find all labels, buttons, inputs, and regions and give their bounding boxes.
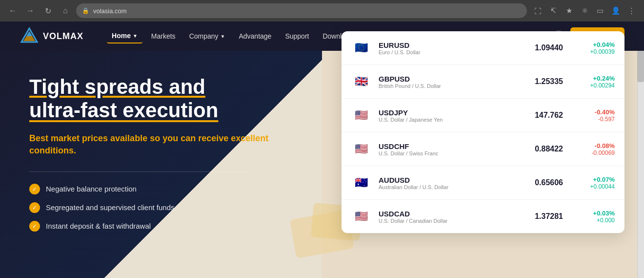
nav-advantage[interactable]: Advantage [234, 29, 276, 43]
profile-btn[interactable]: 👤 [609, 4, 623, 18]
pair-pct: +0.07% [571, 176, 615, 183]
browser-actions: ⛶ ↸ ★ ⚛ ▭ 👤 ⋮ [531, 4, 638, 18]
hero-subtitle: Best market prices available so you can … [29, 132, 302, 157]
pair-price: 0.88422 [519, 145, 563, 153]
pair-change: -0.08% -0.00069 [571, 142, 615, 156]
pair-price: 1.09440 [519, 43, 563, 52]
ticker-row[interactable]: 🇦🇺 AUDUSD Australian Dollar / U.S. Dolla… [342, 166, 624, 200]
hero-title: Tight spreads and ultra-fast execution [29, 75, 302, 123]
pair-name: British Pound / U.S. Dollar [379, 83, 511, 89]
chevron-down-icon: ▼ [221, 34, 225, 39]
ticker-row[interactable]: 🇺🇸 USDJPY U.S. Dollar / Japanese Yen 147… [342, 99, 624, 132]
pair-name: U.S. Dollar / Japanese Yen [379, 117, 511, 123]
check-icon: ✓ [29, 202, 40, 213]
pair-pts: +0.000 [571, 217, 615, 224]
features-list: ✓ Negative balance protection ✓ Segregat… [29, 184, 302, 232]
url-text: volasia.com [93, 7, 127, 15]
pair-symbol: AUDUSD [379, 176, 511, 184]
lock-icon: 🔒 [82, 7, 89, 14]
pair-pct: -0.08% [571, 142, 615, 150]
divider [29, 171, 248, 172]
address-bar[interactable]: 🔒 volasia.com [76, 3, 527, 18]
feature-item: ✓ Negative balance protection [29, 184, 302, 194]
pair-change: +0.07% +0.00044 [571, 176, 615, 190]
ticker-row[interactable]: 🇪🇺 EURUSD Euro / U.S. Dollar 1.09440 +0.… [342, 31, 624, 65]
pair-info: USDJPY U.S. Dollar / Japanese Yen [379, 108, 511, 123]
feature-item: ✓ Instant deposit & fast withdrawal [29, 221, 302, 232]
pair-price: 147.762 [519, 111, 563, 120]
check-icon: ✓ [29, 184, 40, 194]
logo[interactable]: VOLMAX [20, 26, 83, 46]
pair-info: USDCHF U.S. Dollar / Swiss Franc [379, 142, 511, 156]
check-icon: ✓ [29, 221, 40, 232]
pair-pts: +0.00039 [571, 48, 615, 55]
pair-flag: 🇺🇸 [351, 106, 371, 125]
pair-name: Euro / U.S. Dollar [379, 49, 511, 55]
hero-left: Tight spreads and ultra-fast execution B… [0, 51, 322, 278]
forward-button[interactable]: → [23, 4, 37, 18]
pair-change: +0.04% +0.00039 [571, 41, 615, 55]
bookmark-btn[interactable]: ★ [562, 4, 576, 18]
pair-change: -0.40% -0.597 [571, 108, 615, 123]
pair-name: U.S. Dollar / Canadian Dollar [379, 218, 511, 224]
site-wrapper: VOLMAX Home ▼ Markets Company ▼ Advantag… [0, 21, 644, 278]
ticker-row[interactable]: 🇬🇧 GBPUSD British Pound / U.S. Dollar 1.… [342, 65, 624, 99]
pair-flag: 🇺🇸 [351, 207, 371, 226]
ticker-card: 🇪🇺 EURUSD Euro / U.S. Dollar 1.09440 +0.… [342, 31, 624, 233]
pair-name: U.S. Dollar / Swiss Franc [379, 150, 511, 156]
nav-company[interactable]: Company ▼ [184, 29, 230, 43]
pair-info: GBPUSD British Pound / U.S. Dollar [379, 75, 511, 89]
feature-item: ✓ Segregated and supervised client funds [29, 202, 302, 213]
pair-symbol: USDJPY [379, 108, 511, 117]
browser-chrome: ← → ↻ ⌂ 🔒 volasia.com ⛶ ↸ ★ ⚛ ▭ 👤 ⋮ [0, 0, 644, 21]
pair-pts: -0.597 [571, 116, 615, 123]
reload-button[interactable]: ↻ [41, 4, 55, 18]
pair-flag: 🇦🇺 [351, 173, 371, 192]
screenshot-btn[interactable]: ⛶ [531, 4, 544, 18]
pair-flag: 🇺🇸 [351, 139, 371, 159]
pair-pts: -0.00069 [571, 150, 615, 156]
logo-icon [20, 26, 39, 46]
pair-symbol: EURUSD [379, 41, 511, 49]
pair-pct: +0.03% [571, 210, 615, 217]
pair-change: +0.03% +0.000 [571, 210, 615, 224]
extensions-btn[interactable]: ⚛ [578, 4, 591, 18]
nav-home[interactable]: Home ▼ [107, 29, 142, 43]
pair-price: 1.25335 [519, 77, 563, 86]
pair-pct: -0.40% [571, 108, 615, 116]
pair-name: Australian Dollar / U.S. Dollar [379, 184, 511, 190]
ticker-row[interactable]: 🇺🇸 USDCAD U.S. Dollar / Canadian Dollar … [342, 200, 624, 233]
menu-btn[interactable]: ⋮ [624, 4, 638, 18]
home-button[interactable]: ⌂ [59, 4, 72, 18]
pair-info: AUDUSD Australian Dollar / U.S. Dollar [379, 176, 511, 190]
pair-info: USDCAD U.S. Dollar / Canadian Dollar [379, 210, 511, 224]
pair-info: EURUSD Euro / U.S. Dollar [379, 41, 511, 55]
ticker-row[interactable]: 🇺🇸 USDCHF U.S. Dollar / Swiss Franc 0.88… [342, 132, 624, 166]
pair-flag: 🇬🇧 [351, 72, 371, 91]
pair-symbol: USDCHF [379, 142, 511, 150]
pair-symbol: USDCAD [379, 210, 511, 218]
chevron-down-icon: ▼ [133, 33, 138, 39]
nav-support[interactable]: Support [280, 29, 314, 43]
pair-flag: 🇪🇺 [351, 38, 371, 58]
pair-pct: +0.04% [571, 41, 615, 48]
logo-text: VOLMAX [43, 31, 83, 42]
share-btn[interactable]: ↸ [546, 4, 560, 18]
split-btn[interactable]: ▭ [593, 4, 607, 18]
pair-price: 1.37281 [519, 212, 563, 221]
nav-markets[interactable]: Markets [146, 29, 181, 43]
pair-pct: +0.24% [571, 75, 615, 82]
pair-pts: +0.00294 [571, 82, 615, 89]
back-button[interactable]: ← [6, 4, 20, 18]
pair-pts: +0.00044 [571, 183, 615, 190]
pair-price: 0.65606 [519, 178, 563, 187]
pair-symbol: GBPUSD [379, 75, 511, 83]
pair-change: +0.24% +0.00294 [571, 75, 615, 89]
